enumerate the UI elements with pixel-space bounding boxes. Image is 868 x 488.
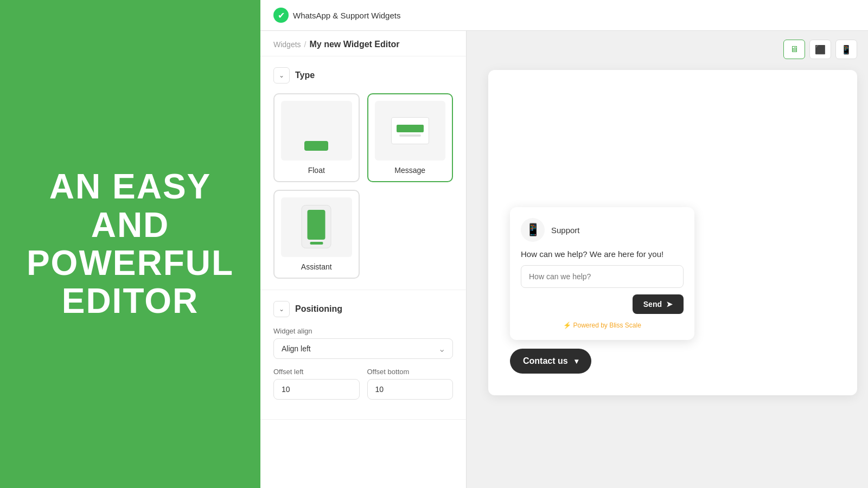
support-label: Support <box>551 226 580 235</box>
send-label: Send <box>643 300 662 309</box>
tablet-icon: ⬛ <box>815 44 826 55</box>
offset-left-input[interactable] <box>273 379 360 400</box>
send-icon: ➤ <box>666 300 673 309</box>
whatsapp-avatar: 📱 <box>521 218 545 242</box>
chevron-down-icon: ⌄ <box>279 72 284 79</box>
breadcrumb-separator: / <box>304 40 307 49</box>
contact-chevron-icon: ▾ <box>575 357 578 365</box>
positioning-section-header: ⌄ Positioning <box>273 301 453 317</box>
mobile-icon: 📱 <box>841 44 852 55</box>
assistant-label: Assistant <box>301 262 332 271</box>
widget-align-group: Widget align Align left Align right Alig… <box>273 327 453 359</box>
hero-heading: AN EASY AND POWERFUL EDITOR <box>27 168 234 320</box>
breadcrumb: Widgets / My new Widget Editor <box>260 31 466 56</box>
type-section-toggle[interactable]: ⌄ <box>273 67 290 84</box>
type-cards-grid: Float Message <box>273 93 453 279</box>
assist-phone-preview <box>302 205 331 248</box>
right-area: ✔ WhatsApp & Support Widgets Widgets / M… <box>260 0 868 488</box>
tablet-view-button[interactable]: ⬛ <box>809 40 831 59</box>
offset-left-label: Offset left <box>273 368 360 376</box>
mobile-view-button[interactable]: 📱 <box>835 40 857 59</box>
offset-left-group: Offset left <box>273 368 360 400</box>
desktop-icon: 🖥 <box>790 44 799 54</box>
contact-us-button[interactable]: Contact us ▾ <box>510 349 591 374</box>
msg-grey-line <box>399 134 421 137</box>
send-button[interactable]: Send ➤ <box>633 294 684 314</box>
widget-popup: 📱 Support How can we help? We are here f… <box>510 207 694 340</box>
preview-panel: 🖥 ⬛ 📱 📱 Support How can we help? We are … <box>467 31 868 488</box>
offset-bottom-label: Offset bottom <box>367 368 454 376</box>
breadcrumb-parent[interactable]: Widgets <box>273 40 301 49</box>
msg-green-bar <box>397 125 424 132</box>
widget-help-text: How can we help? We are here for you! <box>521 249 684 259</box>
app-title: WhatsApp & Support Widgets <box>293 11 400 20</box>
positioning-section-title: Positioning <box>295 304 342 314</box>
type-card-float[interactable]: Float <box>273 93 360 182</box>
assistant-visual <box>281 197 352 257</box>
desktop-view-button[interactable]: 🖥 <box>783 40 805 59</box>
widget-align-label: Widget align <box>273 327 453 335</box>
msg-screen-preview <box>391 117 429 144</box>
breadcrumb-current: My new Widget Editor <box>309 40 399 49</box>
type-section-title: Type <box>295 70 315 80</box>
message-visual <box>375 101 446 160</box>
widget-send-row: Send ➤ <box>521 294 684 314</box>
chevron-down-icon-2: ⌄ <box>279 305 284 313</box>
top-bar: ✔ WhatsApp & Support Widgets <box>260 0 868 31</box>
type-section-header: ⌄ Type <box>273 67 453 84</box>
contact-us-label: Contact us <box>523 356 568 366</box>
widget-help-input[interactable] <box>521 265 684 288</box>
widget-popup-header: 📱 Support <box>521 218 684 242</box>
type-card-assistant[interactable]: Assistant <box>273 190 360 279</box>
positioning-section-toggle[interactable]: ⌄ <box>273 301 290 317</box>
widget-preview-area: 📱 Support How can we help? We are here f… <box>488 70 857 395</box>
float-btn-preview <box>304 141 328 151</box>
preview-toolbar: 🖥 ⬛ 📱 <box>783 40 857 59</box>
widget-align-select[interactable]: Align left Align right Align center <box>273 338 453 359</box>
message-label: Message <box>394 166 425 175</box>
float-visual <box>281 101 352 160</box>
positioning-section: ⌄ Positioning Widget align Align left Al… <box>260 290 466 420</box>
offset-bottom-input[interactable] <box>367 379 454 400</box>
assist-bar <box>310 242 323 245</box>
assist-green-area <box>308 210 326 240</box>
float-label: Float <box>308 166 325 175</box>
whatsapp-icon: ✔ <box>273 8 289 23</box>
offset-row: Offset left Offset bottom <box>273 368 453 408</box>
hero-panel: AN EASY AND POWERFUL EDITOR <box>0 0 260 488</box>
type-card-message[interactable]: Message <box>367 93 454 182</box>
main-content: Widgets / My new Widget Editor ⌄ Type <box>260 31 868 488</box>
offset-bottom-group: Offset bottom <box>367 368 454 400</box>
editor-panel: Widgets / My new Widget Editor ⌄ Type <box>260 31 467 488</box>
type-section: ⌄ Type Float <box>260 56 466 290</box>
powered-by: ⚡ Powered by Bliss Scale <box>521 322 684 329</box>
widget-align-select-wrapper: Align left Align right Align center <box>273 338 453 359</box>
